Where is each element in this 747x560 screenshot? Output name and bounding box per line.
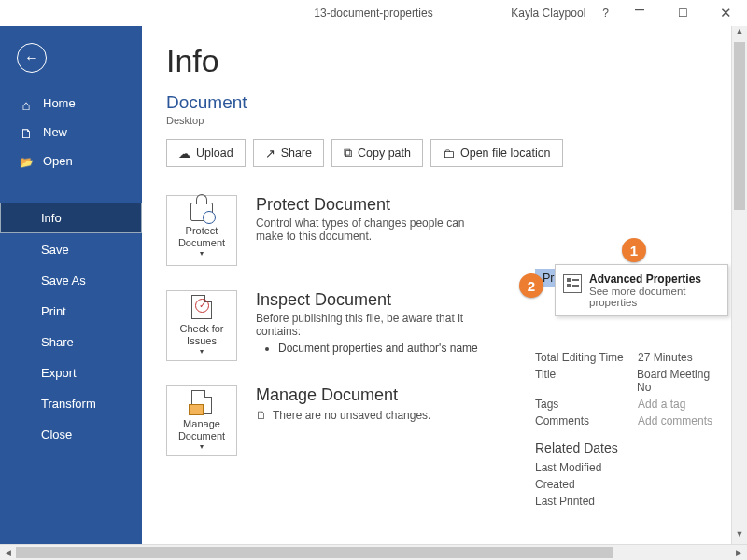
- check-icon: [191, 295, 212, 319]
- backstage-sidebar: ← Home New Open Info Save Save As Print …: [0, 26, 142, 545]
- scroll-down-arrow-icon[interactable]: ▼: [732, 529, 747, 545]
- open-file-location-button[interactable]: 🗀Open file location: [430, 139, 563, 167]
- manage-heading: Manage Document: [256, 385, 430, 405]
- link-icon: ⧉: [344, 146, 352, 161]
- doc-small-icon: 🗋: [256, 409, 267, 422]
- check-for-issues-button[interactable]: Check for Issues▾: [166, 290, 237, 361]
- protect-document-section: Protect Document▾ Protect Document Contr…: [166, 195, 484, 266]
- scroll-left-arrow-icon[interactable]: ◀: [0, 545, 16, 560]
- help-button[interactable]: ?: [593, 7, 618, 20]
- document-icon: [191, 390, 212, 414]
- title-field[interactable]: Board Meeting No: [637, 368, 726, 394]
- manage-desc: There are no unsaved changes.: [273, 409, 430, 422]
- upload-icon: ☁: [178, 147, 190, 161]
- inspect-document-section: Check for Issues▾ Inspect Document Befor…: [166, 290, 484, 361]
- scroll-thumb[interactable]: [734, 42, 745, 210]
- sidebar-item-home[interactable]: Home: [0, 90, 142, 117]
- folder-icon: 🗀: [443, 147, 455, 161]
- upload-button[interactable]: ☁Upload: [166, 139, 246, 167]
- protect-heading: Protect Document: [256, 195, 471, 215]
- comments-field[interactable]: Add comments: [638, 414, 712, 427]
- back-button[interactable]: ←: [17, 43, 47, 73]
- properties-list-icon: [563, 274, 582, 293]
- user-name[interactable]: Kayla Claypool: [511, 7, 585, 20]
- prop-key: Comments: [535, 414, 638, 427]
- sidebar-item-close[interactable]: Close: [0, 420, 142, 449]
- advanced-properties-item[interactable]: Advanced Properties See more document pr…: [555, 264, 728, 316]
- close-button[interactable]: ✕: [704, 0, 747, 26]
- sidebar-item-save[interactable]: Save: [0, 235, 142, 264]
- lock-icon: [190, 203, 213, 221]
- document-location: Desktop: [166, 115, 747, 126]
- advanced-properties-title: Advanced Properties: [589, 273, 720, 286]
- prop-key: Total Editing Time: [535, 351, 638, 364]
- home-icon: [19, 97, 34, 110]
- prop-val: 27 Minutes: [638, 351, 693, 364]
- horizontal-scrollbar[interactable]: ◀ ▶: [0, 544, 747, 560]
- title-bar: 13-document-properties Kayla Claypool ? …: [0, 0, 747, 26]
- maximize-button[interactable]: ☐: [661, 0, 704, 26]
- related-key: Last Modified: [535, 461, 638, 474]
- manage-document-section: Manage Document▾ Manage Document 🗋There …: [166, 385, 484, 456]
- copy-path-button[interactable]: ⧉Copy path: [331, 139, 423, 167]
- minimize-button[interactable]: –: [618, 0, 661, 21]
- related-key: Last Printed: [535, 495, 638, 508]
- document-title: 13-document-properties: [314, 7, 432, 20]
- sidebar-item-transform[interactable]: Transform: [0, 389, 142, 418]
- related-dates-heading: Related Dates: [535, 441, 726, 455]
- document-name-link[interactable]: Document: [166, 92, 747, 113]
- share-icon: ↗: [265, 147, 275, 161]
- sidebar-item-saveas[interactable]: Save As: [0, 266, 142, 295]
- sidebar-item-share[interactable]: Share: [0, 328, 142, 357]
- sidebar-item-print[interactable]: Print: [0, 297, 142, 326]
- open-icon: [19, 155, 34, 168]
- prop-key: Tags: [535, 398, 638, 411]
- sidebar-item-open[interactable]: Open: [0, 147, 142, 175]
- protect-desc: Control what types of changes people can…: [256, 217, 471, 243]
- scroll-up-arrow-icon[interactable]: ▲: [732, 26, 747, 42]
- vertical-scrollbar[interactable]: ▲ ▼: [731, 26, 747, 545]
- inspect-heading: Inspect Document: [256, 290, 478, 310]
- tags-field[interactable]: Add a tag: [638, 398, 685, 411]
- scroll-thumb[interactable]: [16, 547, 613, 558]
- callout-2: 2: [519, 273, 543, 298]
- advanced-properties-sub: See more document properties: [589, 286, 686, 308]
- prop-key: Title: [535, 368, 637, 394]
- inspect-item: Document properties and author's name: [278, 342, 478, 355]
- inspect-desc: Before publishing this file, be aware th…: [256, 312, 471, 338]
- page-title: Info: [166, 43, 747, 79]
- scroll-right-arrow-icon[interactable]: ▶: [731, 545, 747, 560]
- related-key: Created: [535, 478, 638, 491]
- protect-document-button[interactable]: Protect Document▾: [166, 195, 237, 266]
- sidebar-item-info[interactable]: Info: [0, 203, 142, 233]
- callout-1: 1: [622, 238, 646, 262]
- sidebar-item-export[interactable]: Export: [0, 358, 142, 387]
- manage-document-button[interactable]: Manage Document▾: [166, 385, 237, 456]
- share-button[interactable]: ↗Share: [253, 139, 324, 167]
- new-icon: [19, 126, 34, 139]
- sidebar-item-new[interactable]: New: [0, 119, 142, 146]
